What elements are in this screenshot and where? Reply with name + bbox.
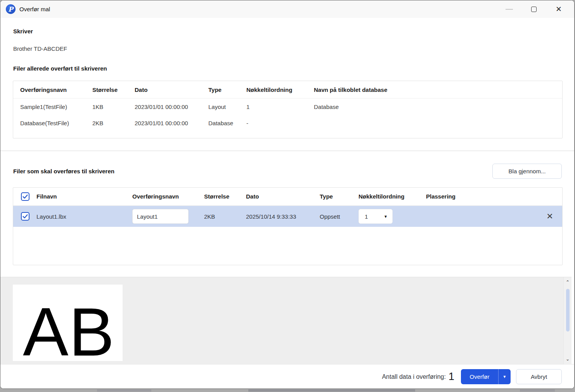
chevron-up-icon: ⌃ xyxy=(566,280,570,285)
transfer-split-button: Overfør ▼ xyxy=(461,369,511,384)
column-header-type: Type xyxy=(320,193,359,200)
cell-type: Database xyxy=(208,120,246,126)
transfer-table-header: Filnavn Overføringsnavn Størrelse Dato T… xyxy=(13,188,562,206)
cell-type: Layout xyxy=(208,104,246,110)
scroll-down-button[interactable]: ⌄ xyxy=(564,354,572,364)
cell-transfer-name: Database(TestFile) xyxy=(20,120,92,126)
column-header-name: Overføringsnavn xyxy=(20,86,92,93)
transfer-template-dialog: P Overfør mal ✕ Skriver Brother TD-ABCDE… xyxy=(0,0,575,389)
cell-size: 2KB xyxy=(92,120,135,126)
column-header-database: Navn på tilkoblet database xyxy=(314,86,562,93)
ptouch-app-icon: P xyxy=(6,4,16,14)
column-header-size: Størrelse xyxy=(204,193,246,200)
window-controls: ✕ xyxy=(497,0,574,18)
transfer-section-title: Filer som skal overføres til skriveren xyxy=(13,168,114,174)
cell-size: 1KB xyxy=(92,104,135,110)
table-row[interactable]: Sample1(TestFile) 1KB 2023/01/01 00:00:0… xyxy=(13,98,562,115)
transferred-files-table: Overføringsnavn Størrelse Dato Type Nøkk… xyxy=(13,81,563,138)
window-title: Overfør mal xyxy=(19,6,50,12)
column-header-type: Type xyxy=(208,86,246,93)
close-icon: ✕ xyxy=(556,5,562,13)
chevron-down-icon: ⌄ xyxy=(566,356,570,362)
transferred-table-header: Overføringsnavn Størrelse Dato Type Nøkk… xyxy=(13,81,562,98)
minimize-button[interactable] xyxy=(497,0,521,18)
column-header-size: Størrelse xyxy=(92,86,135,93)
chevron-down-icon: ▼ xyxy=(503,375,507,379)
cell-transfer-name: Sample1(TestFile) xyxy=(20,104,92,110)
column-header-placement: Plassering xyxy=(426,193,537,200)
transfer-options-button[interactable]: ▼ xyxy=(499,369,511,384)
check-icon xyxy=(22,193,28,200)
section-divider xyxy=(0,150,574,151)
cell-type: Oppsett xyxy=(320,213,359,220)
cell-date: 2023/01/01 00:00:00 xyxy=(135,104,208,110)
scroll-up-button[interactable]: ⌃ xyxy=(564,277,572,287)
title-bar: P Overfør mal ✕ xyxy=(0,0,574,18)
check-icon xyxy=(22,213,28,219)
chevron-down-icon: ▼ xyxy=(384,214,388,219)
cell-key: 1 xyxy=(246,104,314,110)
cell-date: 2023/01/01 00:00:00 xyxy=(135,120,208,126)
cancel-button[interactable]: Avbryt xyxy=(516,369,562,384)
maximize-icon xyxy=(531,7,537,12)
transfer-count-value: 1 xyxy=(449,371,454,383)
preview-label-text: AB xyxy=(23,306,115,359)
transfer-count-label: Antall data i overføring: xyxy=(382,373,446,380)
row-checkbox[interactable] xyxy=(21,212,29,221)
preview-panel: AB xyxy=(0,277,563,364)
close-button[interactable]: ✕ xyxy=(546,0,571,18)
select-all-checkbox[interactable] xyxy=(21,192,29,201)
column-header-key: Nøkkeltilordning xyxy=(359,193,426,200)
table-row[interactable]: Database(TestFile) 2KB 2023/01/01 00:00:… xyxy=(13,115,562,131)
cell-database: Database xyxy=(314,104,562,110)
template-preview-thumbnail: AB xyxy=(13,285,123,361)
cell-key: - xyxy=(246,120,314,126)
key-assign-dropdown[interactable]: 1 ▼ xyxy=(359,209,393,224)
cell-filename: Layout1.lbx xyxy=(36,213,132,220)
table-row[interactable]: Layout1.lbx 2KB 2025/10/14 9:33:33 Oppse… xyxy=(13,206,562,227)
transfer-files-table: Filnavn Overføringsnavn Størrelse Dato T… xyxy=(13,187,563,265)
cell-size: 2KB xyxy=(204,213,246,220)
footer-bar: Antall data i overføring: 1 Overfør ▼ Av… xyxy=(0,364,574,389)
cell-date: 2025/10/14 9:33:33 xyxy=(246,213,320,220)
column-header-filename: Filnavn xyxy=(36,193,132,200)
minimize-icon xyxy=(506,9,513,10)
column-header-key: Nøkkeltilordning xyxy=(246,86,314,93)
dropdown-selected-value: 1 xyxy=(365,213,384,220)
background-window-edge xyxy=(0,389,575,392)
printer-label: Skriver xyxy=(13,28,33,35)
column-header-date: Dato xyxy=(135,86,208,93)
browse-button[interactable]: Bla gjennom... xyxy=(492,164,562,179)
transfer-name-input[interactable] xyxy=(132,209,189,224)
printer-name: Brother TD-ABCDEF xyxy=(13,45,67,52)
transfer-button[interactable]: Overfør xyxy=(461,369,498,384)
column-header-transfer-name: Overføringsnavn xyxy=(132,193,204,200)
maximize-button[interactable] xyxy=(521,0,546,18)
scrollbar-thumb[interactable] xyxy=(566,289,570,332)
column-header-date: Dato xyxy=(246,193,320,200)
preview-scrollbar[interactable]: ⌃ ⌄ xyxy=(563,277,572,364)
remove-file-button[interactable]: ✕ xyxy=(546,212,553,221)
transferred-section-title: Filer allerede overført til skriveren xyxy=(13,65,107,72)
